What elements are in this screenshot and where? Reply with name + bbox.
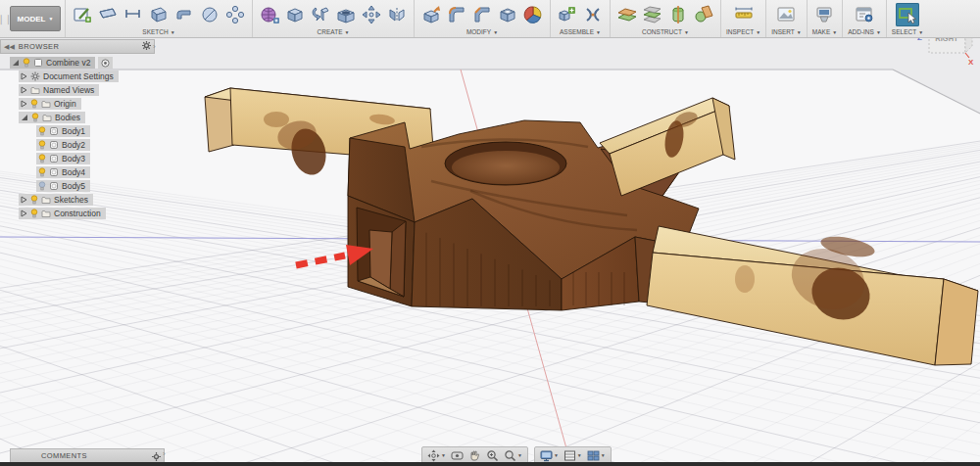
workspace-switcher[interactable]: MODEL ▼	[10, 6, 61, 31]
measure-icon[interactable]	[732, 3, 756, 26]
tree-row: Body2	[36, 139, 155, 151]
grid-snaps-button[interactable]: ▼	[562, 448, 584, 462]
select-icon[interactable]	[896, 3, 919, 26]
fit-button[interactable]: ▼	[502, 448, 524, 462]
tree-item-combine-v2[interactable]: Combine v2	[10, 57, 95, 69]
insert-image-icon[interactable]	[774, 3, 798, 26]
chevron-down-icon: ▼	[832, 29, 837, 35]
visibility-bulb-on-icon[interactable]	[38, 140, 46, 150]
sweep-sketch-icon[interactable]	[172, 3, 196, 26]
visibility-bulb-on-icon[interactable]	[23, 58, 30, 68]
chevron-down-icon: ▼	[756, 29, 760, 35]
midplane-icon[interactable]	[641, 3, 664, 26]
toolbar-group-label[interactable]: ADD-INS▼	[848, 27, 881, 36]
pattern-icon[interactable]	[360, 3, 383, 26]
viewports-button[interactable]: ▼	[585, 448, 608, 462]
visibility-bulb-on-icon[interactable]	[38, 126, 46, 136]
box-icon[interactable]	[283, 3, 307, 26]
activate-component-radio[interactable]	[98, 57, 113, 69]
workspace-label: MODEL	[18, 15, 46, 23]
tree-item-sketches[interactable]: Sketches	[19, 194, 93, 206]
rectangle-icon[interactable]	[96, 3, 120, 26]
visibility-bulb-off-icon[interactable]	[38, 181, 46, 191]
document-icon	[33, 58, 43, 68]
tree-item-body5[interactable]: Body5	[36, 180, 90, 192]
tree-item-named-views[interactable]: Named Views	[19, 84, 99, 96]
toolbar-group-label[interactable]: INSERT▼	[771, 27, 802, 36]
toolbar-group-label[interactable]: CONSTRUCT▼	[615, 27, 715, 36]
visibility-bulb-on-icon[interactable]	[30, 209, 38, 218]
tree-item-origin[interactable]: Origin	[19, 98, 81, 110]
group-label-text: ADD-INS	[848, 28, 874, 35]
expander-collapsed-icon[interactable]	[21, 210, 27, 217]
mirror-icon[interactable]	[385, 3, 409, 26]
comments-expand-icon[interactable]: ›	[163, 449, 166, 458]
hole-icon[interactable]	[334, 3, 358, 26]
toolbar-group-label[interactable]: CREATE▼	[258, 27, 409, 36]
pan-button[interactable]	[466, 448, 483, 462]
tree-item-bodies[interactable]: Bodies	[19, 112, 85, 123]
expander-expanded-icon[interactable]	[12, 59, 20, 67]
visibility-bulb-on-icon[interactable]	[38, 154, 46, 163]
tree-item-body4[interactable]: Body4	[36, 166, 90, 178]
chevron-down-icon: ▼	[596, 29, 601, 35]
toolbar-group-label[interactable]: MODIFY▼	[419, 27, 545, 36]
collapse-left-icon[interactable]: ◀◀	[4, 43, 15, 51]
gear-icon	[30, 71, 40, 81]
tree-item-construction[interactable]: Construction	[19, 208, 106, 219]
tree-row: Document Settings	[19, 70, 155, 82]
press-pull-icon[interactable]	[419, 3, 443, 26]
axis-icon[interactable]	[666, 3, 690, 26]
comments-header[interactable]: COMMENTS	[10, 448, 165, 463]
browser-gear-icon[interactable]	[142, 41, 151, 52]
tree-item-label: Construction	[54, 209, 101, 218]
toolbar-grip[interactable]: ❘❘	[0, 0, 8, 37]
tree-item-label: Document Settings	[43, 71, 114, 81]
expander-collapsed-icon[interactable]	[21, 100, 27, 108]
shell-icon[interactable]	[496, 3, 519, 26]
toolbar-group-label[interactable]: ASSEMBLE▼	[556, 27, 605, 36]
orbit-button[interactable]: ▼	[425, 448, 448, 462]
tree-row: Named Views	[19, 84, 155, 96]
toolbar-group-label[interactable]: MAKE▼	[812, 27, 837, 36]
tree-item-body1[interactable]: Body1	[36, 125, 90, 137]
joint-icon[interactable]	[581, 3, 605, 26]
browser-expand-icon[interactable]: ›	[153, 42, 156, 51]
fillet-icon[interactable]	[445, 3, 468, 26]
tree-item-body2[interactable]: Body2	[36, 139, 90, 151]
zoom-button[interactable]	[484, 448, 501, 462]
display-settings-button[interactable]: ▼	[538, 448, 561, 462]
new-component-icon[interactable]	[556, 3, 579, 26]
line-icon[interactable]	[122, 3, 145, 26]
visibility-bulb-on-icon[interactable]	[30, 195, 38, 205]
form-icon[interactable]	[258, 3, 281, 26]
sketch-pattern-icon[interactable]	[223, 3, 247, 26]
chamfer-icon[interactable]	[470, 3, 494, 26]
expander-collapsed-icon[interactable]	[21, 196, 27, 204]
scripts-icon[interactable]	[853, 3, 876, 26]
tree-item-body3[interactable]: Body3	[36, 153, 90, 164]
expander-collapsed-icon[interactable]	[21, 72, 27, 80]
tree-item-label: Body4	[62, 167, 85, 177]
tangent-plane-icon[interactable]	[692, 3, 715, 26]
toolbar-group-label[interactable]: INSPECT▼	[726, 27, 760, 36]
toolbar-group-label[interactable]: SELECT▼	[892, 27, 923, 36]
group-label-text: INSERT	[771, 28, 795, 35]
expander-collapsed-icon[interactable]	[21, 86, 27, 94]
look-at-button[interactable]	[449, 448, 466, 462]
visibility-bulb-on-icon[interactable]	[30, 99, 38, 109]
project-icon[interactable]	[147, 3, 171, 26]
visibility-bulb-on-icon[interactable]	[31, 113, 39, 122]
circle-icon[interactable]	[198, 3, 221, 26]
browser-header[interactable]: ◀◀ BROWSER	[0, 39, 155, 54]
offset-plane-icon[interactable]	[615, 3, 639, 26]
appearance-icon[interactable]	[521, 3, 545, 26]
expander-expanded-icon[interactable]	[21, 114, 28, 121]
toolbar-group-label[interactable]: SKETCH▼	[71, 27, 247, 36]
create-sketch-icon[interactable]	[71, 3, 94, 26]
tree-item-document-settings[interactable]: Document Settings	[19, 70, 119, 82]
revolve-icon[interactable]	[309, 3, 332, 26]
make-print-icon[interactable]	[812, 3, 836, 26]
visibility-bulb-on-icon[interactable]	[38, 167, 46, 177]
group-label-text: MODIFY	[466, 28, 491, 35]
